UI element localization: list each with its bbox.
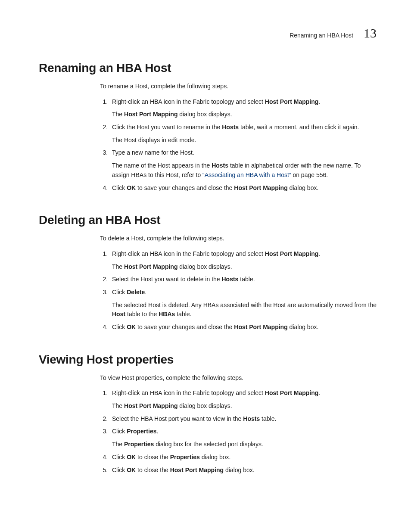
- bold-term: Properties: [124, 441, 154, 448]
- step-item: Select the HBA Host port you want to vie…: [109, 414, 377, 424]
- step-item: Click the Host you want to rename in the…: [109, 123, 377, 145]
- running-title: Renaming an HBA Host: [290, 32, 353, 39]
- step-main-text: Right-click an HBA icon in the Fabric to…: [112, 249, 377, 259]
- bold-term: Delete: [127, 289, 145, 296]
- bold-term: Hosts: [243, 415, 260, 422]
- step-main-text: Click the Host you want to rename in the…: [112, 123, 377, 132]
- running-header: Renaming an HBA Host 13: [39, 26, 377, 40]
- step-sub-text: The Properties dialog box for the select…: [112, 440, 377, 449]
- page: Renaming an HBA Host 13 Renaming an HBA …: [0, 0, 411, 532]
- step-item: Click Delete.The selected Host is delete…: [109, 288, 377, 319]
- bold-term: Host Port Mapping: [124, 111, 177, 118]
- cross-reference-link[interactable]: “Associating an HBA with a Host”: [202, 171, 291, 178]
- bold-term: Host Port Mapping: [124, 263, 177, 270]
- step-list: Right-click an HBA icon in the Fabric to…: [100, 249, 377, 332]
- section-intro: To view Host properties, complete the fo…: [100, 373, 377, 383]
- step-item: Click OK to close the Host Port Mapping …: [109, 466, 377, 475]
- step-sub-text: The Host Port Mapping dialog box display…: [112, 110, 377, 119]
- bold-term: Hosts: [222, 124, 239, 131]
- bold-term: Host Port Mapping: [265, 98, 318, 105]
- step-sub-text: The selected Host is deleted. Any HBAs a…: [112, 301, 377, 319]
- step-list: Right-click an HBA icon in the Fabric to…: [100, 389, 377, 475]
- step-item: Select the Host you want to delete in th…: [109, 275, 377, 284]
- bold-term: Properties: [127, 428, 156, 435]
- bold-term: Hosts: [222, 276, 239, 283]
- bold-term: OK: [127, 467, 136, 473]
- bold-term: Hosts: [212, 162, 228, 169]
- bold-term: Host: [112, 311, 125, 317]
- step-item: Click Properties.The Properties dialog b…: [109, 427, 377, 449]
- step-main-text: Right-click an HBA icon in the Fabric to…: [112, 97, 377, 107]
- step-main-text: Click Delete.: [112, 288, 377, 297]
- step-main-text: Click OK to close the Properties dialog …: [112, 453, 377, 462]
- bold-term: Properties: [170, 454, 200, 460]
- bold-term: Host Port Mapping: [265, 250, 318, 257]
- section-heading: Renaming an HBA Host: [39, 61, 377, 75]
- section-intro: To delete a Host, complete the following…: [100, 234, 377, 243]
- bold-term: Host Port Mapping: [124, 402, 177, 409]
- step-item: Click OK to save your changes and close …: [109, 323, 377, 332]
- step-sub-text: The Host Port Mapping dialog box display…: [112, 262, 377, 272]
- chapter-number: 13: [364, 26, 377, 40]
- bold-term: Host Port Mapping: [170, 467, 224, 473]
- step-main-text: Click OK to save your changes and close …: [112, 184, 377, 193]
- bold-term: Host Port Mapping: [265, 389, 318, 396]
- step-item: Right-click an HBA icon in the Fabric to…: [109, 97, 377, 119]
- step-item: Right-click an HBA icon in the Fabric to…: [109, 389, 377, 411]
- step-main-text: Click OK to save your changes and close …: [112, 323, 377, 332]
- step-main-text: Click Properties.: [112, 427, 377, 436]
- step-main-text: Select the HBA Host port you want to vie…: [112, 414, 377, 424]
- bold-term: OK: [127, 454, 136, 460]
- step-main-text: Type a new name for the Host.: [112, 148, 377, 158]
- bold-term: Host Port Mapping: [234, 324, 287, 330]
- section-body: To rename a Host, complete the following…: [100, 82, 377, 193]
- step-main-text: Click OK to close the Host Port Mapping …: [112, 466, 377, 475]
- section-body: To view Host properties, complete the fo…: [100, 373, 377, 475]
- section-heading: Deleting an HBA Host: [39, 213, 377, 227]
- section-body: To delete a Host, complete the following…: [100, 234, 377, 332]
- bold-term: OK: [127, 184, 136, 191]
- step-main-text: Select the Host you want to delete in th…: [112, 275, 377, 284]
- bold-term: OK: [127, 324, 136, 330]
- section-intro: To rename a Host, complete the following…: [100, 82, 377, 91]
- step-list: Right-click an HBA icon in the Fabric to…: [100, 97, 377, 193]
- step-main-text: Right-click an HBA icon in the Fabric to…: [112, 389, 377, 398]
- step-item: Type a new name for the Host.The name of…: [109, 148, 377, 180]
- step-item: Click OK to close the Properties dialog …: [109, 453, 377, 462]
- bold-term: HBAs: [159, 311, 175, 317]
- section-heading: Viewing Host properties: [39, 353, 377, 367]
- step-sub-text: The Host Port Mapping dialog box display…: [112, 401, 377, 411]
- step-sub-text: The name of the Host appears in the Host…: [112, 161, 377, 180]
- bold-term: Host Port Mapping: [234, 184, 287, 191]
- step-sub-text: The Host displays in edit mode.: [112, 136, 377, 145]
- step-item: Click OK to save your changes and close …: [109, 184, 377, 193]
- step-item: Right-click an HBA icon in the Fabric to…: [109, 249, 377, 271]
